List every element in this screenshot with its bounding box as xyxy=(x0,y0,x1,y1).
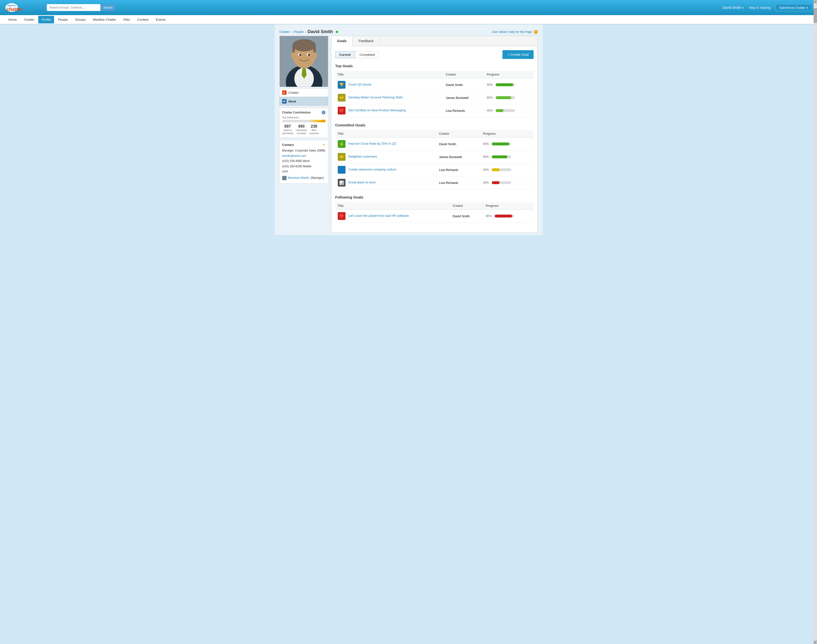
col-creator-top: Creator xyxy=(444,71,484,78)
search-button[interactable]: Search xyxy=(100,4,115,11)
sidebar-tab-chatter[interactable]: C Chatter xyxy=(280,88,328,97)
nav-item-events[interactable]: Events xyxy=(152,16,169,23)
tab-goals[interactable]: Goals xyxy=(332,36,353,46)
following-goals-heading: Following Goals xyxy=(335,195,534,199)
stat-comments: 490 commentsreceived xyxy=(296,124,307,135)
goal-title-link[interactable]: Create awesome company culture xyxy=(348,167,396,171)
user-detail-link[interactable]: User Detail xyxy=(492,30,506,34)
progress-bar-fill xyxy=(494,215,512,218)
sidebar-tabs: C Chatter W Work xyxy=(280,88,328,106)
stat-comments-label: commentsreceived xyxy=(296,129,307,135)
nav-item-weather-chatter[interactable]: Weather Chatter xyxy=(89,16,120,23)
nav-item-home[interactable]: Home xyxy=(5,16,20,23)
col-title-top: Title xyxy=(335,71,444,78)
nav-item-groups[interactable]: Groups xyxy=(72,16,89,23)
scrollbar: ▲ ▼ xyxy=(814,0,817,644)
table-row: 🏆 Crush Q3 Quota David Smith 90% xyxy=(335,78,534,91)
nav-item-profile[interactable]: Profile xyxy=(38,16,54,23)
col-progress-following: Progress xyxy=(484,202,534,210)
scroll-up-button[interactable]: ▲ xyxy=(814,0,817,3)
svg-text:salesforce: salesforce xyxy=(7,5,16,6)
progress-bar-fill xyxy=(496,96,511,99)
edit-icon[interactable]: ✏ xyxy=(322,143,326,147)
progress-pct: 40% xyxy=(487,109,494,112)
breadcrumb-sep-2: › xyxy=(305,30,306,34)
top-goals-table: Title Creator Progress 🏆 Crush Q3 Quota … xyxy=(335,71,534,117)
table-row: 🤝 Delighted customers James Buckwell 80% xyxy=(335,150,534,163)
scroll-thumb[interactable] xyxy=(814,8,817,23)
committed-goals-heading: Committed Goals xyxy=(335,123,534,127)
stat-comments-num: 490 xyxy=(296,124,307,129)
create-goal-button[interactable]: + Create Goal xyxy=(502,50,534,59)
goal-title-link[interactable]: Delighted customers xyxy=(348,155,377,158)
help-training-link[interactable]: Help & Training xyxy=(749,6,771,9)
progress-pct: 90% xyxy=(486,214,493,218)
salesforce-chatter-button[interactable]: Salesforce Chatter xyxy=(776,4,812,11)
goal-icon: 🤝 xyxy=(338,94,346,101)
breadcrumb-chatter[interactable]: Chatter xyxy=(280,30,290,34)
user-name-dropdown[interactable]: David Smith xyxy=(723,6,744,9)
tab-feedback[interactable]: Feedback xyxy=(353,36,379,46)
nav-item-content[interactable]: Content xyxy=(134,16,152,23)
sidebar-tab-work[interactable]: W Work xyxy=(280,97,328,106)
table-row: 👤 Create awesome company culture Lisa Ri… xyxy=(335,163,534,176)
avatar xyxy=(280,36,328,87)
progress-bar-fill xyxy=(496,109,504,112)
table-row: ❤️ Get Certified on New Product Messagin… xyxy=(335,104,534,117)
goal-progress: 80% xyxy=(483,155,531,159)
influence-marker xyxy=(321,120,324,123)
breadcrumb-people[interactable]: People xyxy=(293,30,303,34)
avatar-image xyxy=(280,36,328,87)
phone-work: (415) 536-4960 Work xyxy=(282,159,326,164)
goal-title-link[interactable]: Get Certified on New Product Messaging xyxy=(348,108,406,112)
info-icon[interactable]: i xyxy=(322,110,326,115)
email-link[interactable]: dsmith@work.com xyxy=(282,154,306,158)
progress-bar-fill xyxy=(492,168,499,171)
breadcrumb-sep-1: › xyxy=(291,30,292,34)
chatter-tab-label: Chatter xyxy=(289,91,299,95)
goal-title-link[interactable]: Crush Q3 Quota xyxy=(348,83,371,86)
svg-text:chatter: chatter xyxy=(6,6,23,12)
help-page-icon[interactable]: ? xyxy=(534,30,538,34)
filter-current-button[interactable]: Current xyxy=(335,51,355,58)
stat-likes-num: 238 xyxy=(309,124,319,129)
contact-section: Contact ✏ Manager, Corporate Sales (SMB)… xyxy=(280,140,328,183)
goal-progress: 40% xyxy=(483,168,531,172)
progress-pct: 80% xyxy=(487,96,494,100)
nav-item-files[interactable]: Files xyxy=(120,16,133,23)
country: USA xyxy=(282,169,326,175)
stat-posts-label: posts &comments xyxy=(282,129,293,135)
following-goals-table: Title Creator Progress ❤️ Let's save the… xyxy=(335,202,534,222)
stat-likes: 238 likesreceived xyxy=(309,124,319,135)
svg-point-9 xyxy=(292,39,316,51)
breadcrumb-actions: User Detail | Help for this Page ? xyxy=(492,30,538,34)
svg-point-16 xyxy=(291,53,294,58)
table-row: ❤️ Let's save the planet from bad HR sof… xyxy=(335,210,534,222)
col-creator-following: Creator xyxy=(450,202,484,210)
manager-role: (Manager) xyxy=(311,175,324,181)
breadcrumb: Chatter › People › David Smith User Deta… xyxy=(280,27,538,36)
goal-icon: 🤝 xyxy=(338,153,346,161)
goal-title-link[interactable]: Let's save the planet from bad HR softwa… xyxy=(348,214,409,218)
goal-title-link[interactable]: Develop Better Account Planning Skills xyxy=(348,95,403,99)
search-input[interactable] xyxy=(47,5,100,10)
goal-title-link[interactable]: Improve Close Rate by 25% in Q3 xyxy=(348,142,396,146)
nav-item-chatter[interactable]: Chatter xyxy=(21,16,38,23)
progress-bar-fill xyxy=(496,83,513,86)
header-right: David Smith Help & Training Salesforce C… xyxy=(723,4,812,11)
goal-progress: 80% xyxy=(487,96,531,100)
contact-info: Manager, Corporate Sales (SMB) dsmith@wo… xyxy=(282,148,326,181)
goal-title-link[interactable]: Great place to work xyxy=(348,181,376,184)
header-left: salesforce chatter Search xyxy=(5,2,115,13)
scroll-down-button[interactable]: ▼ xyxy=(814,641,817,644)
manager-link[interactable]: Woodson Martin xyxy=(288,175,309,181)
help-for-page-link[interactable]: Help for this Page xyxy=(509,30,532,34)
progress-bar-fill xyxy=(492,181,499,184)
col-progress-top: Progress xyxy=(484,71,534,78)
logo-svg: salesforce chatter xyxy=(5,2,44,13)
sidebar: C Chatter W Work Chatter Contribution i … xyxy=(280,36,328,183)
job-title: Manager, Corporate Sales (SMB) xyxy=(282,148,326,153)
filter-completed-button[interactable]: Completed xyxy=(355,51,379,58)
nav-item-people[interactable]: People xyxy=(55,16,71,23)
chatter-tab-icon: C xyxy=(282,90,287,95)
